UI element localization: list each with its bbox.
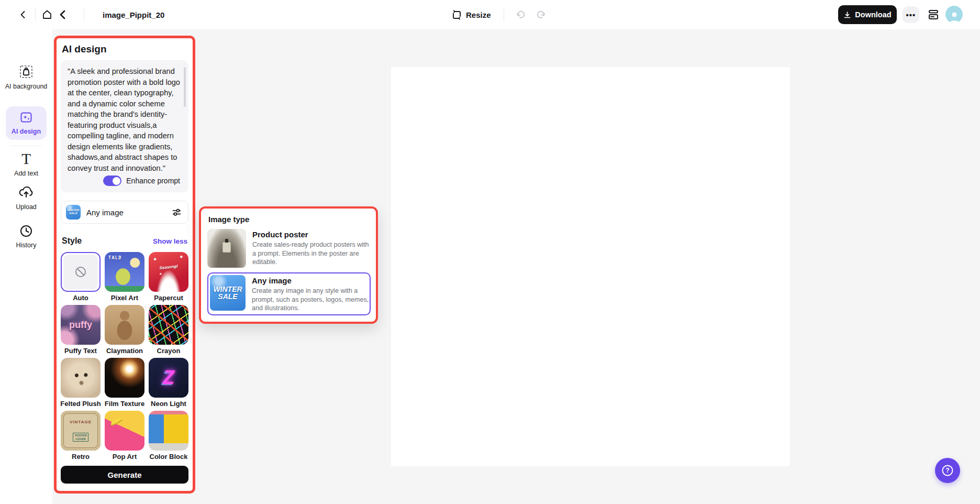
divider [35, 8, 36, 21]
style-label: Neon Light [151, 400, 186, 408]
thumbnail-text: Z [163, 367, 174, 389]
thumbnail-text: SALE [69, 212, 77, 215]
style-label: Auto [73, 294, 88, 302]
panel-title: AI design [62, 43, 188, 55]
generate-button[interactable]: Generate [61, 466, 188, 484]
style-option-pop-art[interactable]: Pop Art [105, 411, 144, 461]
style-option-film-texture[interactable]: Film Texture [105, 358, 144, 408]
thumbnail-text: Seasonal [159, 264, 178, 271]
thumbnail-text: puffy [69, 320, 92, 331]
document-title[interactable]: image_Pippit_20 [103, 0, 164, 29]
ai-background-icon [18, 64, 34, 80]
style-option-papercut[interactable]: Seasonal Papercut [149, 252, 188, 302]
chevron-left-icon [18, 10, 28, 19]
option-description: Create sales-ready product posters with … [252, 240, 372, 267]
style-label: Color Block [150, 453, 188, 461]
redo-icon [536, 9, 547, 20]
chevron-left-bold-icon [58, 9, 68, 20]
thumbnail-text: POSTER COVER [73, 433, 88, 442]
style-option-felted-plush[interactable]: Felted Plush [61, 358, 101, 408]
style-option-color-block[interactable]: Color Block [149, 411, 188, 461]
thumbnail-text: VINTAGE [70, 420, 92, 424]
style-thumbnail-color-block [149, 411, 188, 451]
sidebar-item-label: AI design [12, 128, 41, 136]
undo-icon [515, 9, 526, 20]
print-button[interactable] [926, 7, 941, 23]
redo-button[interactable] [534, 7, 549, 22]
sidebar-item-label: Add text [14, 170, 38, 178]
help-button[interactable]: ? [935, 458, 960, 483]
style-label: Crayon [157, 347, 181, 355]
enhance-prompt-label: Enhance prompt [126, 177, 180, 185]
style-thumbnail-film-texture [105, 358, 144, 398]
style-option-neon-light[interactable]: Z Neon Light [149, 358, 188, 408]
divider [504, 8, 504, 21]
style-label: Film Texture [105, 400, 144, 408]
product-poster-thumbnail [207, 229, 246, 268]
option-product-poster[interactable]: Product poster Create sales-ready produc… [207, 229, 371, 268]
style-label: Puffy Text [64, 347, 97, 355]
question-mark-icon: ? [941, 464, 954, 477]
style-thumbnail-puffy-text: puffy [61, 305, 101, 345]
sidebar-item-add-text[interactable]: T Add text [0, 151, 52, 178]
person-icon [948, 12, 961, 23]
sidebar-item-upload[interactable]: Upload [0, 184, 52, 211]
sidebar-item-history[interactable]: History [0, 224, 52, 249]
sidebar-item-label: History [16, 242, 37, 249]
style-header: Style [62, 236, 82, 246]
style-option-pixel-art[interactable]: TALD Pixel Art [105, 252, 144, 302]
show-less-link[interactable]: Show less [153, 237, 187, 245]
resize-button[interactable]: Resize [451, 6, 491, 23]
top-bar: image_Pippit_20 Resize Download ••• [0, 0, 980, 29]
image-type-selected-label: Any image [86, 208, 172, 217]
image-type-selector[interactable]: WINTER SALE Any image [61, 201, 188, 224]
style-thumbnail-auto [61, 252, 101, 292]
resize-icon [451, 9, 462, 20]
option-description: Create any image in any style with a pro… [252, 287, 371, 313]
svg-text:?: ? [945, 467, 949, 474]
divider [84, 8, 84, 21]
ai-design-icon [19, 110, 34, 125]
style-header-row: Style Show less [62, 236, 187, 246]
print-icon [927, 8, 940, 21]
collapse-back-button[interactable] [55, 7, 70, 22]
option-any-image[interactable]: WINTER SALE Any image Create any image i… [207, 272, 371, 315]
style-thumbnail-pixel-art: TALD [105, 252, 144, 292]
back-button[interactable] [16, 7, 30, 22]
download-icon [843, 11, 851, 19]
style-option-crayon[interactable]: Crayon [149, 305, 188, 355]
sidebar-divider [10, 146, 42, 146]
style-option-auto[interactable]: Auto [61, 252, 101, 302]
style-option-retro[interactable]: VINTAGE POSTER COVER Retro [61, 411, 101, 461]
home-button[interactable] [40, 7, 54, 22]
style-label: Papercut [154, 294, 183, 302]
avatar[interactable] [945, 6, 963, 23]
sidebar-item-ai-design[interactable]: AI design [0, 110, 52, 136]
style-label: Claymation [106, 347, 143, 355]
sidebar-item-ai-background[interactable]: AI background [0, 64, 52, 91]
more-options-button[interactable]: ••• [903, 6, 919, 23]
style-option-puffy-text[interactable]: puffy Puffy Text [61, 305, 101, 355]
settings-sliders-icon[interactable] [172, 207, 182, 217]
any-image-thumbnail: WINTER SALE [66, 205, 81, 220]
upload-icon [18, 184, 35, 200]
popup-title: Image type [208, 215, 371, 224]
prompt-scrollbar[interactable] [184, 67, 186, 107]
prompt-textarea[interactable]: "A sleek and professional brand promotio… [68, 66, 183, 172]
enhance-prompt-toggle[interactable] [103, 176, 121, 186]
style-thumbnail-papercut: Seasonal [149, 252, 188, 292]
toggle-knob [113, 177, 120, 185]
style-thumbnail-felted-plush [61, 358, 101, 398]
style-thumbnail-pop-art [105, 411, 144, 451]
style-label: Pixel Art [111, 294, 138, 302]
style-option-claymation[interactable]: Claymation [105, 305, 144, 355]
design-canvas[interactable] [391, 67, 790, 466]
style-thumbnail-crayon [149, 305, 188, 345]
style-grid: Auto TALD Pixel Art Seasonal Papercut pu… [61, 252, 188, 464]
image-type-popup: Image type Product poster Create sales-r… [199, 206, 378, 324]
download-button[interactable]: Download [838, 5, 897, 24]
style-thumbnail-neon-light: Z [149, 358, 188, 398]
tool-sidebar: AI background AI design T Add text Uploa… [0, 29, 52, 504]
enhance-prompt-row: Enhance prompt [68, 176, 180, 186]
undo-button[interactable] [513, 7, 528, 22]
